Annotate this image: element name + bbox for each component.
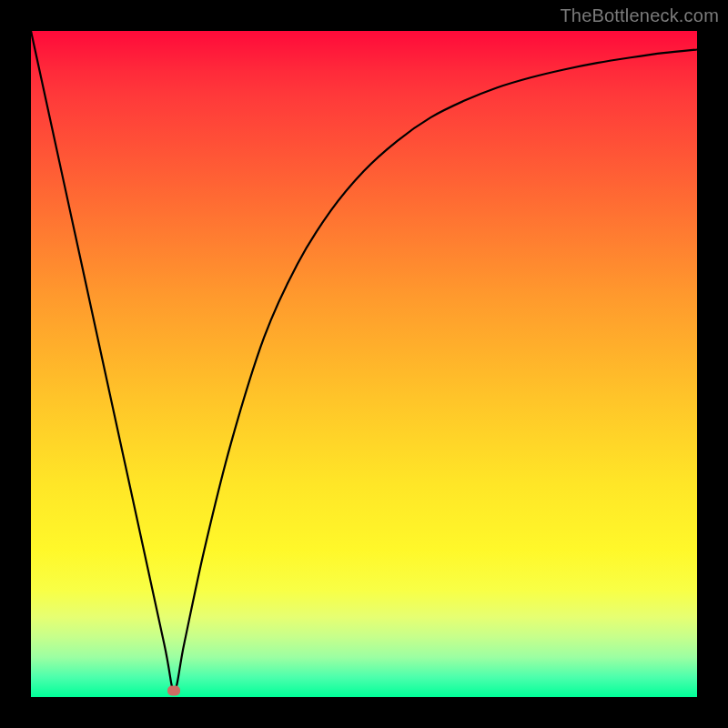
plot-area: [31, 31, 697, 697]
chart-frame: TheBottleneck.com: [0, 0, 728, 728]
bottleneck-curve: [31, 31, 697, 691]
min-marker: [167, 685, 180, 695]
watermark-text: TheBottleneck.com: [560, 5, 719, 26]
curve-svg: [31, 31, 697, 697]
